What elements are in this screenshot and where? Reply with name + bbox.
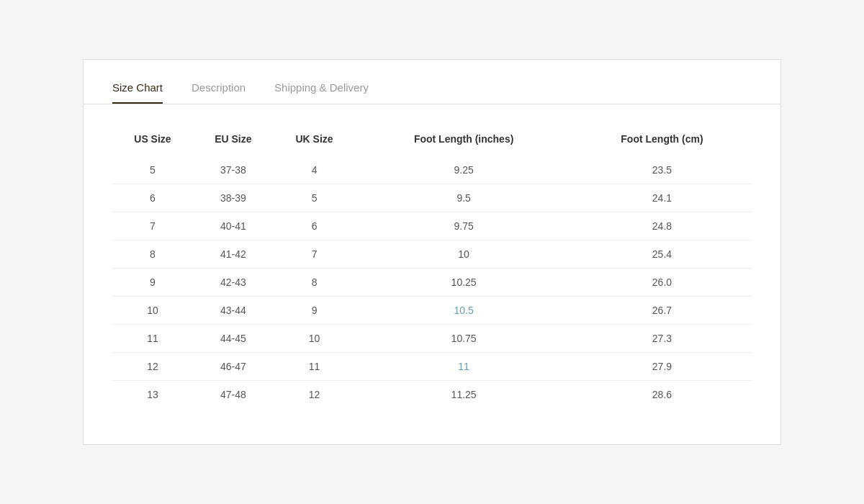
size-chart-card: Size Chart Description Shipping & Delive… [83,59,781,445]
table-cell: 8 [274,269,356,297]
table-cell: 6 [274,212,356,240]
table-cell: 10 [274,325,356,353]
table-cell: 24.1 [572,184,752,212]
table-row: 1347-481211.2528.6 [112,381,752,409]
col-header-uk: UK Size [274,126,356,156]
table-header-row: US Size EU Size UK Size Foot Length (inc… [112,126,752,156]
table-row: 1246-47111127.9 [112,353,752,381]
table-cell: 23.5 [572,156,752,184]
table-cell: 38-39 [193,184,274,212]
col-header-inches: Foot Length (inches) [355,126,572,156]
table-cell: 26.7 [572,297,752,325]
table-cell: 42-43 [193,269,274,297]
table-cell: 5 [112,156,193,184]
table-row: 537-3849.2523.5 [112,156,752,184]
table-cell: 10.75 [355,325,572,353]
table-cell: 47-48 [193,381,274,409]
tab-size-chart[interactable]: Size Chart [112,81,163,104]
table-container: US Size EU Size UK Size Foot Length (inc… [84,104,780,415]
table-cell: 11.25 [355,381,572,409]
col-header-cm: Foot Length (cm) [572,126,752,156]
table-cell: 28.6 [572,381,752,409]
table-cell: 27.3 [572,325,752,353]
tab-bar: Size Chart Description Shipping & Delive… [84,60,780,104]
table-cell: 13 [112,381,193,409]
table-cell: 7 [274,240,356,269]
tab-description[interactable]: Description [192,81,246,104]
table-cell: 40-41 [193,212,274,240]
table-cell: 43-44 [193,297,274,325]
table-cell: 46-47 [193,353,274,381]
table-row: 1144-451010.7527.3 [112,325,752,353]
table-cell: 10.25 [355,269,572,297]
table-cell: 11 [274,353,356,381]
table-cell: 9.5 [355,184,572,212]
table-cell: 10 [112,297,193,325]
table-cell: 9 [274,297,356,325]
table-cell: 10 [355,240,572,269]
table-cell: 5 [274,184,356,212]
table-body: 537-3849.2523.5638-3959.524.1740-4169.75… [112,156,752,408]
table-cell: 12 [112,353,193,381]
table-row: 841-4271025.4 [112,240,752,269]
table-cell: 25.4 [572,240,752,269]
table-cell: 41-42 [193,240,274,269]
col-header-us: US Size [112,126,193,156]
table-row: 740-4169.7524.8 [112,212,752,240]
table-cell: 9.75 [355,212,572,240]
table-cell: 11 [112,325,193,353]
table-row: 1043-44910.526.7 [112,297,752,325]
table-cell: 27.9 [572,353,752,381]
table-row: 942-43810.2526.0 [112,269,752,297]
col-header-eu: EU Size [193,126,274,156]
table-cell: 44-45 [193,325,274,353]
table-cell: 4 [274,156,356,184]
table-cell: 24.8 [572,212,752,240]
size-table: US Size EU Size UK Size Foot Length (inc… [112,126,752,408]
tab-shipping[interactable]: Shipping & Delivery [274,81,369,104]
table-cell: 12 [274,381,356,409]
table-cell: 9 [112,269,193,297]
table-row: 638-3959.524.1 [112,184,752,212]
table-cell: 10.5 [355,297,572,325]
table-cell: 8 [112,240,193,269]
table-cell: 7 [112,212,193,240]
table-cell: 11 [355,353,572,381]
table-cell: 37-38 [193,156,274,184]
table-cell: 26.0 [572,269,752,297]
table-cell: 9.25 [355,156,572,184]
table-cell: 6 [112,184,193,212]
